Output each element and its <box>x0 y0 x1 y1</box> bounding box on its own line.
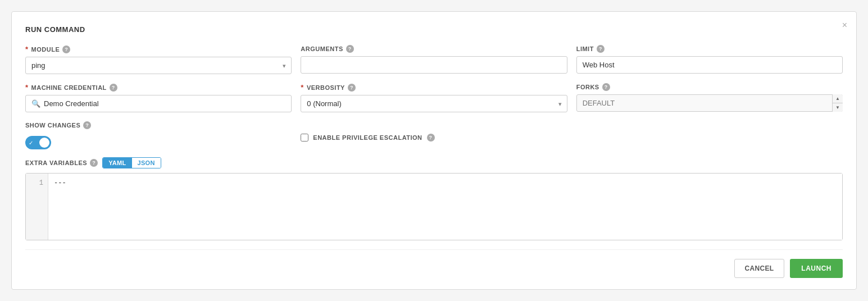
line-number-1: 1 <box>30 179 43 187</box>
verbosity-required-star: * <box>301 83 304 92</box>
extra-variables-label: EXTRA VARIABLES ? <box>25 159 98 167</box>
show-changes-col: SHOW CHANGES ? ✓ <box>25 121 292 149</box>
privilege-spacer: ENABLE PRIVILEGE ESCALATION ? <box>301 134 567 142</box>
forks-label: FORKS ? <box>576 83 843 91</box>
arguments-col: ARGUMENTS ? <box>301 45 567 74</box>
row-module-arguments-limit: * MODULE ? ping shell command copy file … <box>25 45 843 74</box>
extra-variables-editor: 1 --- <box>25 173 843 240</box>
row-show-changes-privilege: SHOW CHANGES ? ✓ ENABLE PRIVILEGE ESCALA… <box>25 121 843 149</box>
module-required-star: * <box>25 45 29 53</box>
limit-help-icon[interactable]: ? <box>597 45 605 53</box>
extra-variables-section: EXTRA VARIABLES ? YAML JSON 1 --- <box>25 157 843 240</box>
forks-help-icon[interactable]: ? <box>602 83 610 91</box>
credential-required-star: * <box>25 83 29 92</box>
code-content[interactable]: --- <box>48 174 842 240</box>
yaml-json-toggle: YAML JSON <box>102 157 161 168</box>
json-button[interactable]: JSON <box>132 158 161 168</box>
verbosity-label: * VERBOSITY ? <box>301 83 567 92</box>
module-col: * MODULE ? ping shell command copy file … <box>25 45 292 74</box>
yaml-button[interactable]: YAML <box>103 158 131 168</box>
launch-button[interactable]: LAUNCH <box>790 259 843 278</box>
arguments-label: ARGUMENTS ? <box>301 45 567 53</box>
module-label: * MODULE ? <box>25 45 292 53</box>
line-numbers: 1 <box>26 174 48 240</box>
extra-variables-header: EXTRA VARIABLES ? YAML JSON <box>25 157 843 168</box>
verbosity-col: * VERBOSITY ? 0 (Normal) 1 (Verbose) 2 (… <box>301 83 567 112</box>
show-changes-label: SHOW CHANGES ? <box>25 121 292 129</box>
forks-input[interactable] <box>576 94 843 112</box>
cancel-button[interactable]: CANCEL <box>734 259 785 278</box>
verbosity-select-wrapper: 0 (Normal) 1 (Verbose) 2 (More Verbose) … <box>301 95 567 112</box>
arguments-input[interactable] <box>301 56 567 74</box>
verbosity-select[interactable]: 0 (Normal) 1 (Verbose) 2 (More Verbose) … <box>301 95 567 112</box>
module-help-icon[interactable]: ? <box>62 45 70 53</box>
limit-label: LIMIT ? <box>576 45 843 53</box>
forks-increment-button[interactable]: ▲ <box>833 94 843 103</box>
credential-help-icon[interactable]: ? <box>110 84 117 92</box>
forks-col: FORKS ? ▲ ▼ <box>576 83 843 112</box>
credential-label: * MACHINE CREDENTIAL ? <box>25 83 292 92</box>
show-changes-help-icon[interactable]: ? <box>83 121 91 129</box>
show-changes-toggle[interactable]: ✓ <box>25 136 51 149</box>
form-actions: CANCEL LAUNCH <box>25 249 843 278</box>
credential-input[interactable] <box>44 95 285 112</box>
row-credential-verbosity-forks: * MACHINE CREDENTIAL ? 🔍 * VERBOSITY ? 0… <box>25 83 843 112</box>
limit-input[interactable] <box>576 56 843 74</box>
privilege-col: ENABLE PRIVILEGE ESCALATION ? <box>301 121 567 142</box>
arguments-help-icon[interactable]: ? <box>346 45 354 53</box>
credential-col: * MACHINE CREDENTIAL ? 🔍 <box>25 83 292 112</box>
forks-input-wrapper: ▲ ▼ <box>576 94 843 112</box>
run-command-modal: × RUN COMMAND * MODULE ? ping shell comm… <box>11 11 857 290</box>
privilege-escalation-checkbox[interactable] <box>301 134 308 142</box>
close-button[interactable]: × <box>841 20 848 31</box>
show-changes-toggle-wrapper: ✓ <box>25 136 292 149</box>
module-select[interactable]: ping shell command copy file yum apt <box>25 57 292 74</box>
privilege-escalation-help-icon[interactable]: ? <box>427 134 435 142</box>
toggle-slider: ✓ <box>25 136 51 149</box>
verbosity-help-icon[interactable]: ? <box>348 84 356 92</box>
privilege-escalation-label[interactable]: ENABLE PRIVILEGE ESCALATION ? <box>301 134 567 142</box>
limit-col: LIMIT ? <box>576 45 843 74</box>
forks-spinners: ▲ ▼ <box>832 94 843 112</box>
toggle-checkmark-icon: ✓ <box>29 140 33 146</box>
forks-decrement-button[interactable]: ▼ <box>833 103 843 112</box>
extra-variables-help-icon[interactable]: ? <box>90 159 98 167</box>
credential-input-wrapper: 🔍 <box>25 95 292 112</box>
search-icon: 🔍 <box>31 99 40 108</box>
module-select-wrapper: ping shell command copy file yum apt ▾ <box>25 57 292 74</box>
modal-title: RUN COMMAND <box>25 25 843 34</box>
